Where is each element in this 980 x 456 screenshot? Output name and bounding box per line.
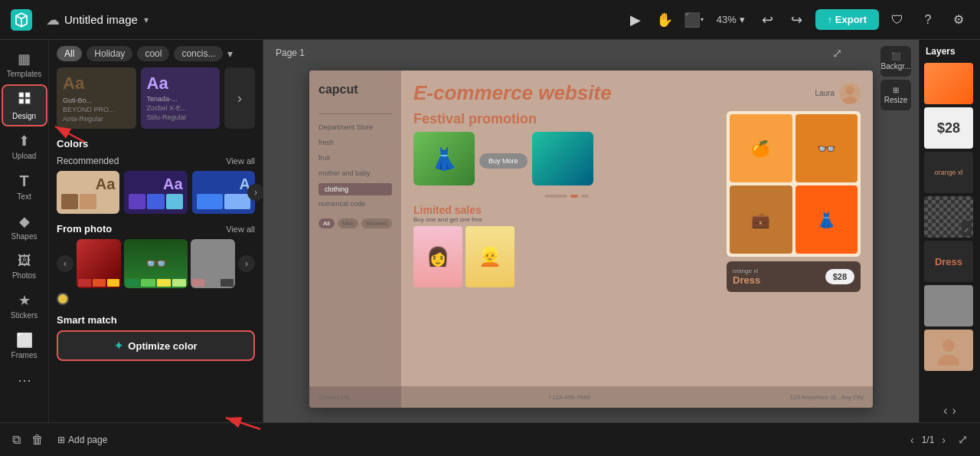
hand-tool-button[interactable]: ✋ [652,8,677,32]
swatch [98,194,115,209]
dc-content: Festival promotion 👗 Buy More [401,111,873,292]
font-card-1[interactable]: Aa Guti-Bo... BEYOND PRO... Anta-Regular [57,67,136,129]
shield-button[interactable]: 🛡 [885,8,910,32]
resize-tool-label: Resize [884,96,908,104]
resize-tool-button[interactable]: ⊞ Resize [880,80,911,110]
sidebar-item-shapes[interactable]: ◆ Shapes [3,208,46,245]
woman-icon-2: 👱 [479,246,501,267]
dc-promo2-sub: Buy one and get one free [413,216,719,223]
svg-point-3 [942,340,955,352]
palette-card-2[interactable]: Aa [124,171,187,214]
page-prev-button[interactable]: ‹ [907,431,917,449]
promo1-cta: Buy More [479,132,528,185]
optimize-color-button[interactable]: ✦ Optimize color [57,330,255,361]
photo-thumb-3[interactable] [191,239,235,288]
page-next-button[interactable]: › [939,431,949,449]
layer-price-text: $28 [937,120,960,136]
bottom-left: ⧉ 🗑 ⊞ Add page [9,430,113,450]
font-name-2b: Zocbel X-E... [147,104,214,112]
redo-button[interactable]: ↪ [785,8,809,32]
app-logo [9,8,34,32]
design-canvas[interactable]: capcut Department Store fresh fruit moth… [309,71,873,408]
photo-thumb-2[interactable]: 👓 [124,239,187,288]
dc-nav-item-5: clothing [318,183,392,195]
sidebar-item-templates[interactable]: ▦ Templates [3,46,46,83]
main-layout: ▦ Templates Design ⬆ Upload T Text ◆ Sha… [0,40,980,422]
stickers-icon: ★ [18,292,31,309]
dc-user-name: Laura [815,89,835,97]
sidebar-item-design[interactable]: Design [3,86,46,125]
filter-tags-chevron[interactable]: ▾ [227,48,233,60]
dc-user: Laura [815,83,861,104]
upload-icon: ⬆ [18,133,30,149]
collage-img-4: 👗 [795,185,858,254]
layer-item-gray[interactable] [924,285,973,326]
layer-next-btn[interactable]: › [952,404,956,418]
from-photo-grid: ‹ [57,239,255,288]
fullscreen-button[interactable]: ⤢ [955,429,971,450]
sidebar-item-photos[interactable]: 🖼 Photos [3,248,46,284]
duplicate-button[interactable]: ⧉ [9,430,24,450]
filter-tag-all[interactable]: All [57,46,82,61]
photo-prev-btn[interactable]: ‹ [57,255,74,272]
color-swatch-yellow[interactable] [57,293,69,305]
layer-item-avatar[interactable] [924,330,973,371]
sidebar-item-text[interactable]: T Text [3,168,46,205]
buy-more-button[interactable]: Buy More [479,153,528,169]
font-card-2[interactable]: Aa Tenada-... Zocbel X-E... Stilu-Regula… [141,67,220,129]
photo-next-btn[interactable]: › [238,255,255,272]
settings-button[interactable]: ⚙ [946,8,971,32]
title-chevron-icon[interactable]: ▾ [144,15,149,25]
add-page-button[interactable]: ⊞ Add page [51,431,113,448]
dot [544,195,567,198]
document-title[interactable]: Untitled image [64,13,138,26]
sidebar-item-upload[interactable]: ⬆ Upload [3,128,46,165]
layers-scroll: $28 orange xl ⤢ Dress [920,60,980,399]
swatch [147,194,164,209]
bottom-bar: ⧉ 🗑 ⊞ Add page ‹ 1/1 › ⤢ [0,422,980,456]
dc-product-price: $28 [825,269,854,284]
export-button[interactable]: ↑ Export [815,9,879,30]
add-page-label: Add page [68,435,107,445]
layer-item-checker[interactable]: ⤢ [924,196,973,238]
layers-panel: Layers $28 orange xl ⤢ Dress [919,40,980,422]
filter-tag-concise[interactable]: concis... [174,46,223,61]
palette-next-btn[interactable]: › [247,184,263,201]
background-tool-button[interactable]: ⬛ Backgr... [880,46,911,77]
frame-tool-button[interactable]: ⬛▾ [681,8,706,32]
layer-item-price[interactable]: $28 [924,107,973,149]
photo-thumb-1[interactable] [77,239,121,288]
zoom-control[interactable]: 43% ▾ [710,11,751,28]
zoom-chevron-icon: ▾ [740,14,745,25]
design-icon [17,90,32,110]
delete-button[interactable]: 🗑 [28,430,47,450]
sidebar-item-frames[interactable]: ⬜ Frames [3,327,46,364]
layer-item-orange[interactable] [924,63,973,104]
help-button[interactable]: ? [916,8,940,32]
layer-item-dress[interactable]: Dress [924,241,973,282]
palette-card-1[interactable]: Aa [57,171,119,214]
view-all-recommended[interactable]: View all [226,156,255,166]
more-icon: ⋯ [18,372,31,389]
dc-watermark: WWW.CAPCUT.COM [859,119,861,222]
sidebar-item-stickers[interactable]: ★ Stickers [3,287,46,324]
filter-tag-holiday[interactable]: Holiday [87,46,132,61]
cursor-tool-button[interactable]: ▶ [623,8,648,32]
font-preview-1: Aa [63,74,130,93]
expand-canvas-button[interactable]: ⤢ [832,46,842,61]
view-all-from-photo[interactable]: View all [226,225,255,234]
undo-button[interactable]: ↩ [756,8,780,32]
shapes-icon: ◆ [19,213,30,230]
dc-big-photo: 🍊 👓 💼 👗 WWW.CAPCUT.COM [727,111,861,257]
font-card-next[interactable]: › [224,67,255,129]
dc-nav-item-3: fruit [318,153,392,163]
svg-point-4 [938,355,959,366]
layer-prev-btn[interactable]: ‹ [943,404,947,418]
sidebar-item-more[interactable]: ⋯ [3,367,46,393]
filter-tag-cool[interactable]: cool [137,46,169,61]
dc-left-nav: capcut Department Store fresh fruit moth… [309,71,401,408]
palette-card-3[interactable]: A › [192,171,255,214]
dc-main: E-commerce website Laura [401,71,873,386]
swatch [197,194,223,209]
layer-item-label[interactable]: orange xl [924,152,973,193]
